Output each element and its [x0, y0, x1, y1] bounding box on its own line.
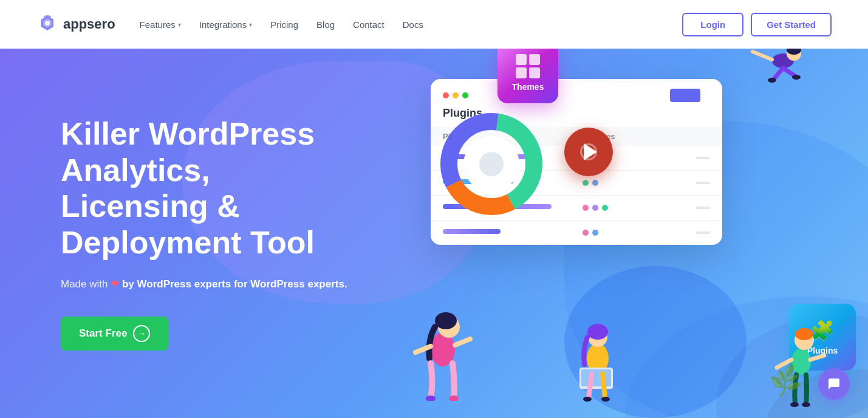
- svg-point-26: [587, 324, 608, 340]
- svg-line-8: [774, 68, 783, 79]
- svg-rect-28: [581, 369, 611, 386]
- dashboard-header: [431, 79, 722, 107]
- chevron-icon: ▾: [249, 21, 252, 28]
- svg-point-31: [583, 397, 592, 402]
- svg-point-38: [790, 402, 799, 407]
- nav-features[interactable]: Features▾: [140, 19, 181, 30]
- svg-point-19: [435, 312, 457, 329]
- donut-svg: [437, 109, 546, 219]
- row-dots: [570, 205, 710, 211]
- svg-line-30: [603, 374, 605, 398]
- theme-square: [516, 67, 527, 78]
- svg-point-16: [479, 152, 504, 176]
- nav-integrations[interactable]: Integrations▾: [199, 19, 252, 30]
- hero-subtitle: Made with ❤ by WordPress experts for Wor…: [61, 276, 352, 292]
- svg-line-9: [783, 68, 795, 76]
- nav-right: Login Get Started: [682, 13, 832, 36]
- row-dots: [570, 230, 710, 236]
- row-dash: [695, 182, 710, 184]
- svg-line-29: [589, 374, 592, 398]
- start-free-label: Start Free: [79, 327, 127, 340]
- svg-line-21: [455, 339, 470, 345]
- made-with-text: Made with: [61, 278, 108, 290]
- svg-line-7: [753, 52, 772, 60]
- dot-yellow: [453, 92, 459, 98]
- theme-square: [529, 54, 540, 65]
- play-button[interactable]: [564, 128, 613, 176]
- main-nav: Features▾ Integrations▾ Pricing Blog Con…: [140, 19, 423, 30]
- svg-point-11: [792, 75, 801, 80]
- svg-point-32: [601, 397, 610, 402]
- nav-docs[interactable]: Docs: [403, 19, 423, 30]
- hero-title: Killer WordPress Analytics, Licensing & …: [61, 116, 352, 261]
- theme-square: [516, 54, 527, 65]
- svg-point-10: [768, 78, 776, 83]
- dash-toggle: [670, 89, 700, 102]
- svg-point-22: [426, 396, 436, 401]
- logo[interactable]: appsero: [36, 13, 115, 35]
- woman-figure: [406, 292, 479, 401]
- nav-pricing[interactable]: Pricing: [270, 19, 298, 30]
- dot-green: [462, 92, 468, 98]
- dot-red: [443, 92, 449, 98]
- service-dot: [592, 230, 598, 236]
- row-dots: [570, 180, 710, 186]
- themes-label: Themes: [512, 82, 544, 92]
- hero-background: appsero Features▾ Integrations▾ Pricing …: [0, 0, 868, 418]
- svg-point-3: [45, 21, 50, 26]
- hero-illustration: Plugins Plugin Services: [394, 30, 868, 418]
- login-button[interactable]: Login: [682, 13, 743, 36]
- window-dots: [443, 92, 468, 98]
- theme-square: [529, 67, 540, 78]
- brand-name: appsero: [63, 16, 115, 32]
- nav-blog[interactable]: Blog: [316, 19, 335, 30]
- hero-subtitle-body: by WordPress experts for WordPress exper…: [122, 278, 347, 290]
- service-dot: [592, 205, 598, 211]
- donut-chart: [437, 109, 546, 219]
- row-dash: [695, 207, 710, 209]
- row-dash: [695, 231, 710, 234]
- navbar: appsero Features▾ Integrations▾ Pricing …: [0, 0, 868, 49]
- chat-bubble[interactable]: [818, 368, 850, 400]
- row-dash: [695, 157, 710, 159]
- svg-point-39: [802, 402, 810, 407]
- service-dot: [583, 230, 589, 236]
- themes-grid-icon: [516, 54, 540, 78]
- woman-laptop: [567, 304, 628, 407]
- row-bar-wrap: [443, 229, 570, 236]
- get-started-button[interactable]: Get Started: [751, 13, 832, 36]
- svg-point-35: [795, 328, 813, 340]
- service-dot: [592, 180, 598, 186]
- svg-line-37: [810, 355, 824, 360]
- play-ring: [580, 143, 597, 160]
- hero-left: Killer WordPress Analytics, Licensing & …: [0, 116, 352, 351]
- chevron-icon: ▾: [178, 21, 181, 28]
- svg-point-23: [449, 396, 459, 401]
- service-dot: [602, 205, 608, 211]
- service-dot: [583, 180, 589, 186]
- nav-links: Features▾ Integrations▾ Pricing Blog Con…: [140, 19, 423, 30]
- start-free-button[interactable]: Start Free →: [61, 317, 168, 351]
- logo-icon: [36, 13, 58, 35]
- hero-section: Killer WordPress Analytics, Licensing & …: [0, 49, 868, 418]
- service-dot: [583, 205, 589, 211]
- table-row: [431, 221, 722, 245]
- arrow-circle-icon: →: [133, 325, 150, 342]
- nav-left: appsero Features▾ Integrations▾ Pricing …: [36, 13, 423, 35]
- heart-icon: ❤: [111, 278, 119, 290]
- row-bar: [443, 229, 501, 234]
- nav-contact[interactable]: Contact: [353, 19, 384, 30]
- chat-icon: [827, 377, 841, 391]
- themes-card: Themes: [497, 43, 558, 103]
